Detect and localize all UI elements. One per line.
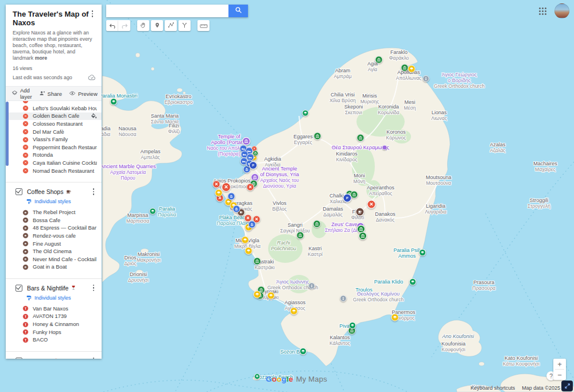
layer-checkbox[interactable] <box>15 285 22 292</box>
map-marker-temple[interactable] <box>253 257 261 265</box>
map-marker-temple[interactable] <box>375 56 383 64</box>
map-marker-poi-beach[interactable] <box>349 322 356 329</box>
views-count: 16 views <box>13 65 96 71</box>
zoom-in-button[interactable]: + <box>553 359 566 369</box>
map-marker-church[interactable] <box>422 75 429 82</box>
map-marker-church[interactable] <box>340 295 347 302</box>
map-marker-temple[interactable] <box>359 232 367 240</box>
more-options-icon[interactable] <box>89 10 96 18</box>
map-marker-restaurant[interactable] <box>212 180 220 188</box>
map-marker-poi-dot[interactable] <box>382 145 387 150</box>
map-marker-beach[interactable] <box>241 236 249 244</box>
list-item[interactable]: AVATON 1739 <box>6 313 102 321</box>
list-item[interactable]: Bossa Cafe <box>6 216 102 224</box>
layer-title[interactable]: Bars & Nightlife <box>27 285 90 292</box>
map-marker-temple[interactable] <box>296 231 304 239</box>
preview-button[interactable]: Preview <box>67 87 100 100</box>
list-item[interactable]: The Old Cinema <box>6 247 102 255</box>
list-item[interactable]: Peppermint Beach Restaura... <box>6 143 102 152</box>
map-marker-temple[interactable] <box>313 132 321 140</box>
item-label: Rendez-vous cafe <box>33 233 97 239</box>
list-item[interactable]: Nomad Beach Restaurant <box>6 167 102 175</box>
list-item[interactable]: Golden Beach Cafe <box>6 112 102 121</box>
list-item[interactable]: Honey & Cinnamon <box>6 320 102 328</box>
measure-button[interactable] <box>197 20 210 31</box>
search-input[interactable] <box>106 5 228 17</box>
restaurant-icon <box>22 121 29 127</box>
layer-options-icon[interactable] <box>90 357 97 359</box>
map-marker-poi-beach[interactable] <box>300 348 307 355</box>
map-marker-temple[interactable] <box>356 134 364 142</box>
map-marker-temple[interactable] <box>253 150 258 156</box>
map-marker-beach[interactable] <box>253 290 261 298</box>
map-marker-beach[interactable] <box>290 307 298 315</box>
list-item[interactable]: Goat in a Boat <box>6 263 102 271</box>
add-marker-button[interactable] <box>151 20 163 31</box>
layer-checkbox[interactable] <box>15 188 22 195</box>
map-marker-coffee[interactable] <box>355 207 364 216</box>
add-directions-button[interactable] <box>179 20 191 31</box>
restaurant-icon <box>22 137 29 143</box>
list-item[interactable]: Vlassi's Family <box>6 135 102 143</box>
list-item[interactable]: BACO <box>6 336 102 344</box>
screen-tool-icon[interactable] <box>561 381 573 391</box>
undo-button[interactable] <box>106 20 118 31</box>
zoom-out-button[interactable]: − <box>553 370 566 380</box>
list-item[interactable]: Colosseo Restaurant <box>6 120 102 128</box>
list-item[interactable]: Caya Italian Cuisine Cocktail ... <box>6 159 102 167</box>
redo-button[interactable] <box>118 20 130 31</box>
layer-checkbox[interactable] <box>15 358 22 359</box>
layer-title[interactable]: Coffee Shops <box>27 188 90 195</box>
draw-line-button[interactable] <box>165 20 177 31</box>
list-item[interactable]: Rendez-vous cafe <box>6 232 102 240</box>
map-marker-parking[interactable]: P <box>249 161 258 170</box>
list-item[interactable]: Fine August <box>6 240 102 248</box>
paint-bucket-icon[interactable] <box>91 113 97 119</box>
map-marker-poi-beach[interactable] <box>302 110 309 117</box>
individual-styles-link[interactable]: Individual styles <box>6 197 102 205</box>
layer-options-icon[interactable] <box>90 284 97 292</box>
map-marker-beach[interactable] <box>391 313 399 321</box>
map-marker-poi-beach[interactable] <box>419 249 426 257</box>
keyboard-shortcuts-link[interactable]: Keyboard shortcuts <box>471 385 515 391</box>
google-my-maps-logo: Google My Maps <box>266 375 327 383</box>
map-marker-beach[interactable] <box>245 247 253 255</box>
map-marker-poi-beach[interactable] <box>409 278 417 286</box>
map-marker-restaurant[interactable] <box>222 183 231 192</box>
map-marker-beach[interactable] <box>267 292 275 300</box>
map-marker-boat[interactable] <box>227 192 235 200</box>
avatar[interactable] <box>554 3 569 18</box>
google-apps-icon[interactable] <box>537 5 549 17</box>
list-item[interactable]: Funky Hops <box>6 328 102 336</box>
list-item[interactable]: Never Mind Cafe - Cocktail Bar <box>6 255 102 263</box>
individual-styles-link[interactable]: Individual styles <box>6 294 102 302</box>
map-marker-boat[interactable] <box>232 205 241 213</box>
panel-scrollbar[interactable] <box>6 102 9 166</box>
list-item[interactable]: Lefto's Souvlaki Kebab House <box>6 104 102 112</box>
map-marker-restaurant[interactable] <box>246 183 254 191</box>
map-marker-poi-beach[interactable] <box>149 208 156 215</box>
more-link[interactable]: more <box>35 55 48 61</box>
map-marker-temple[interactable] <box>313 220 321 228</box>
list-item[interactable]: 48 Espress — Cocktail Bar <box>6 224 102 232</box>
list-item[interactable]: Del Mar Cafè <box>6 128 102 136</box>
item-label: Colosseo Restaurant <box>33 121 97 127</box>
map-marker-restaurant[interactable] <box>367 200 376 209</box>
list-item[interactable]: Van Bar Naxos <box>6 305 102 313</box>
map-marker-poi-beach[interactable] <box>110 98 118 106</box>
search-button[interactable] <box>228 5 248 17</box>
layer-title[interactable]: Beaches <box>27 358 90 359</box>
pan-tool-button[interactable] <box>137 20 149 31</box>
map-marker-beach[interactable] <box>215 189 223 197</box>
coffee-icon <box>22 232 29 239</box>
map-marker-beach[interactable] <box>408 65 416 73</box>
map-marker-parking[interactable]: P <box>343 193 352 203</box>
map-marker-church[interactable] <box>308 282 315 289</box>
map-marker-poi-beach[interactable] <box>254 374 261 380</box>
list-item[interactable]: Rotonda <box>6 152 102 160</box>
share-button[interactable]: Share <box>37 87 64 100</box>
map-marker-boat[interactable] <box>248 220 256 228</box>
add-layer-button[interactable]: Add layer <box>9 87 34 100</box>
list-item[interactable]: The Rebel Project <box>6 208 102 216</box>
layer-options-icon[interactable] <box>90 188 97 196</box>
